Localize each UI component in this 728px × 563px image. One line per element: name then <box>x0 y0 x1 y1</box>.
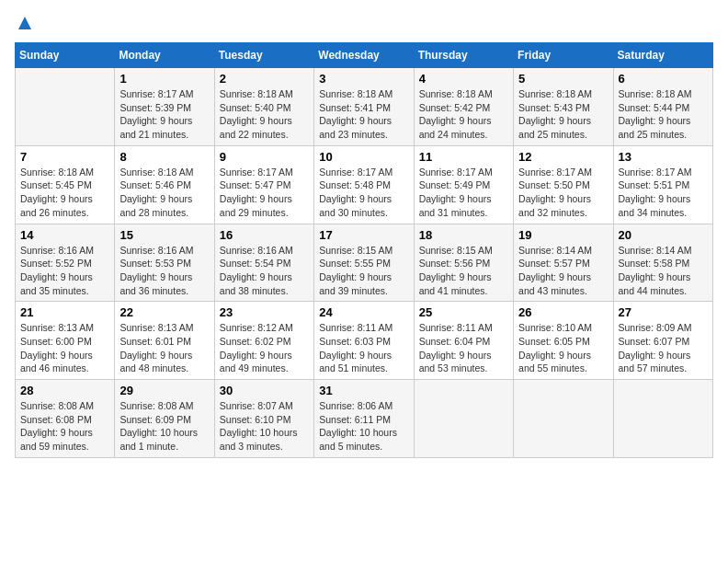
day-detail: Sunrise: 8:06 AMSunset: 6:11 PMDaylight:… <box>319 399 408 454</box>
day-number: 26 <box>518 305 608 319</box>
calendar-week-row: 7Sunrise: 8:18 AMSunset: 5:45 PMDaylight… <box>16 145 713 224</box>
calendar-cell: 16Sunrise: 8:16 AMSunset: 5:54 PMDayligh… <box>214 224 313 302</box>
day-number: 17 <box>319 228 408 242</box>
day-detail: Sunrise: 8:18 AMSunset: 5:46 PMDaylight:… <box>119 166 209 220</box>
day-number: 27 <box>619 305 708 319</box>
calendar-cell: 24Sunrise: 8:11 AMSunset: 6:03 PMDayligh… <box>314 302 414 380</box>
day-detail: Sunrise: 8:15 AMSunset: 5:55 PMDaylight:… <box>319 244 408 298</box>
day-detail: Sunrise: 8:11 AMSunset: 6:03 PMDaylight:… <box>319 321 408 375</box>
calendar-week-row: 14Sunrise: 8:16 AMSunset: 5:52 PMDayligh… <box>16 224 713 302</box>
calendar-cell: 10Sunrise: 8:17 AMSunset: 5:48 PMDayligh… <box>314 145 414 224</box>
day-number: 18 <box>419 228 508 242</box>
calendar-cell: 31Sunrise: 8:06 AMSunset: 6:11 PMDayligh… <box>314 380 414 458</box>
calendar-cell: 20Sunrise: 8:14 AMSunset: 5:58 PMDayligh… <box>613 224 712 302</box>
day-detail: Sunrise: 8:08 AMSunset: 6:09 PMDaylight:… <box>119 399 209 454</box>
day-detail: Sunrise: 8:18 AMSunset: 5:42 PMDaylight:… <box>419 87 508 142</box>
day-number: 1 <box>119 72 209 86</box>
calendar-cell: 29Sunrise: 8:08 AMSunset: 6:09 PMDayligh… <box>115 380 214 458</box>
calendar-cell: 3Sunrise: 8:18 AMSunset: 5:41 PMDaylight… <box>314 68 414 146</box>
calendar-cell: 19Sunrise: 8:14 AMSunset: 5:57 PMDayligh… <box>514 224 613 302</box>
calendar-cell: 22Sunrise: 8:13 AMSunset: 6:01 PMDayligh… <box>115 302 214 380</box>
calendar-cell <box>414 380 513 458</box>
day-number: 22 <box>119 305 209 319</box>
day-detail: Sunrise: 8:16 AMSunset: 5:54 PMDaylight:… <box>220 244 309 298</box>
calendar-cell: 15Sunrise: 8:16 AMSunset: 5:53 PMDayligh… <box>115 224 214 302</box>
day-number: 13 <box>619 150 708 164</box>
day-detail: Sunrise: 8:09 AMSunset: 6:07 PMDaylight:… <box>619 321 708 375</box>
calendar-cell: 28Sunrise: 8:08 AMSunset: 6:08 PMDayligh… <box>16 380 115 458</box>
day-number: 20 <box>619 228 708 242</box>
weekday-header-wednesday: Wednesday <box>314 43 414 68</box>
day-number: 16 <box>220 228 309 242</box>
day-detail: Sunrise: 8:13 AMSunset: 6:01 PMDaylight:… <box>119 321 209 375</box>
day-detail: Sunrise: 8:08 AMSunset: 6:08 PMDaylight:… <box>20 399 109 454</box>
calendar-cell <box>16 68 115 146</box>
svg-marker-0 <box>18 17 31 29</box>
day-detail: Sunrise: 8:17 AMSunset: 5:49 PMDaylight:… <box>419 166 508 220</box>
day-number: 14 <box>20 228 109 242</box>
day-detail: Sunrise: 8:17 AMSunset: 5:47 PMDaylight:… <box>220 166 309 220</box>
day-number: 5 <box>518 72 608 86</box>
calendar-cell <box>613 380 712 458</box>
calendar-cell: 17Sunrise: 8:15 AMSunset: 5:55 PMDayligh… <box>314 224 414 302</box>
calendar-cell: 1Sunrise: 8:17 AMSunset: 5:39 PMDaylight… <box>115 68 214 146</box>
calendar-cell: 12Sunrise: 8:17 AMSunset: 5:50 PMDayligh… <box>514 145 613 224</box>
calendar-cell: 5Sunrise: 8:18 AMSunset: 5:43 PMDaylight… <box>514 68 613 146</box>
day-number: 4 <box>419 72 508 86</box>
day-detail: Sunrise: 8:17 AMSunset: 5:51 PMDaylight:… <box>619 166 708 220</box>
logo-icon <box>17 15 33 31</box>
day-number: 30 <box>220 384 309 397</box>
calendar-cell: 6Sunrise: 8:18 AMSunset: 5:44 PMDaylight… <box>613 68 712 146</box>
day-number: 29 <box>119 384 209 397</box>
calendar-cell: 30Sunrise: 8:07 AMSunset: 6:10 PMDayligh… <box>214 380 313 458</box>
calendar-cell: 25Sunrise: 8:11 AMSunset: 6:04 PMDayligh… <box>414 302 513 380</box>
day-number: 11 <box>419 150 508 164</box>
calendar-cell: 9Sunrise: 8:17 AMSunset: 5:47 PMDaylight… <box>214 145 313 224</box>
day-detail: Sunrise: 8:12 AMSunset: 6:02 PMDaylight:… <box>220 321 309 375</box>
day-number: 25 <box>419 305 508 319</box>
weekday-header-friday: Friday <box>514 43 613 68</box>
day-detail: Sunrise: 8:17 AMSunset: 5:39 PMDaylight:… <box>119 87 209 142</box>
weekday-header-tuesday: Tuesday <box>214 43 313 68</box>
day-number: 8 <box>119 150 209 164</box>
day-detail: Sunrise: 8:18 AMSunset: 5:40 PMDaylight:… <box>220 87 309 142</box>
calendar-week-row: 1Sunrise: 8:17 AMSunset: 5:39 PMDaylight… <box>16 68 713 146</box>
calendar-cell: 18Sunrise: 8:15 AMSunset: 5:56 PMDayligh… <box>414 224 513 302</box>
day-number: 7 <box>20 150 109 164</box>
calendar-cell <box>514 380 613 458</box>
day-number: 19 <box>518 228 608 242</box>
day-number: 2 <box>220 72 309 86</box>
day-detail: Sunrise: 8:18 AMSunset: 5:41 PMDaylight:… <box>319 87 408 142</box>
day-detail: Sunrise: 8:16 AMSunset: 5:53 PMDaylight:… <box>119 244 209 298</box>
weekday-header-thursday: Thursday <box>414 43 513 68</box>
weekday-header-sunday: Sunday <box>16 43 115 68</box>
day-detail: Sunrise: 8:15 AMSunset: 5:56 PMDaylight:… <box>419 244 508 298</box>
day-detail: Sunrise: 8:17 AMSunset: 5:50 PMDaylight:… <box>518 166 608 220</box>
day-number: 3 <box>319 72 408 86</box>
day-detail: Sunrise: 8:16 AMSunset: 5:52 PMDaylight:… <box>20 244 109 298</box>
day-detail: Sunrise: 8:13 AMSunset: 6:00 PMDaylight:… <box>20 321 109 375</box>
calendar-week-row: 28Sunrise: 8:08 AMSunset: 6:08 PMDayligh… <box>16 380 713 458</box>
day-number: 23 <box>220 305 309 319</box>
day-number: 15 <box>119 228 209 242</box>
day-detail: Sunrise: 8:14 AMSunset: 5:58 PMDaylight:… <box>619 244 708 298</box>
calendar-cell: 7Sunrise: 8:18 AMSunset: 5:45 PMDaylight… <box>16 145 115 224</box>
calendar-cell: 8Sunrise: 8:18 AMSunset: 5:46 PMDaylight… <box>115 145 214 224</box>
day-detail: Sunrise: 8:18 AMSunset: 5:44 PMDaylight:… <box>619 87 708 142</box>
calendar-week-row: 21Sunrise: 8:13 AMSunset: 6:00 PMDayligh… <box>16 302 713 380</box>
weekday-header-saturday: Saturday <box>613 43 712 68</box>
day-number: 24 <box>319 305 408 319</box>
day-number: 10 <box>319 150 408 164</box>
day-number: 21 <box>20 305 109 319</box>
weekday-header-row: SundayMondayTuesdayWednesdayThursdayFrid… <box>16 43 713 68</box>
day-detail: Sunrise: 8:17 AMSunset: 5:48 PMDaylight:… <box>319 166 408 220</box>
calendar-cell: 26Sunrise: 8:10 AMSunset: 6:05 PMDayligh… <box>514 302 613 380</box>
day-number: 31 <box>319 384 408 397</box>
day-detail: Sunrise: 8:18 AMSunset: 5:45 PMDaylight:… <box>20 166 109 220</box>
logo <box>15 15 33 35</box>
day-detail: Sunrise: 8:11 AMSunset: 6:04 PMDaylight:… <box>419 321 508 375</box>
day-number: 28 <box>20 384 109 397</box>
day-number: 6 <box>619 72 708 86</box>
day-number: 12 <box>518 150 608 164</box>
calendar-cell: 27Sunrise: 8:09 AMSunset: 6:07 PMDayligh… <box>613 302 712 380</box>
